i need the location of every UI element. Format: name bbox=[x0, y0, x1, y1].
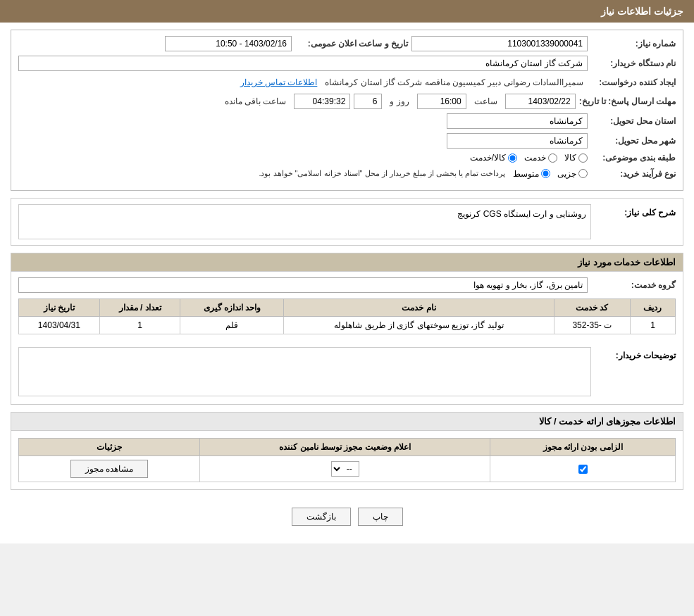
buyer-org-row: نام دستگاه خریدار: شرکت گاز استان کرمانش… bbox=[18, 56, 676, 71]
main-content: شماره نیاز: 1103001339000041 تاریخ و ساع… bbox=[0, 23, 694, 543]
province-label: استان محل تحویل: bbox=[591, 116, 676, 126]
action-buttons: چاپ بازگشت bbox=[11, 497, 683, 536]
cell-rownum: 1 bbox=[630, 317, 675, 334]
page-header: جزئیات اطلاعات نیاز bbox=[0, 0, 694, 23]
buyer-org-value: شرکت گاز استان کرمانشاه bbox=[18, 56, 588, 71]
category-kala-khedmat: کالا/خدمت bbox=[470, 153, 517, 163]
category-label: طبقه بندی موضوعی: bbox=[591, 153, 676, 163]
service-group-value: تامین برق، گاز، بخار و تهویه هوا bbox=[18, 277, 588, 293]
creator-value: سمیراالسادات رضوانی دبیر کمیسیون مناقصه … bbox=[321, 75, 588, 89]
announcement-value: 1403/02/16 - 10:50 bbox=[165, 36, 292, 51]
permits-table-container: الزامی بودن ارائه مجوز اعلام وضعیت مجوز … bbox=[11, 431, 683, 489]
category-khedmat: خدمت bbox=[524, 153, 557, 163]
category-kala-khedmat-label: کالا/خدمت bbox=[470, 153, 506, 163]
buyer-desc-content bbox=[18, 347, 591, 398]
col-unit: واحد اندازه گیری bbox=[180, 299, 284, 317]
permit-col-required: الزامی بودن ارائه مجوز bbox=[490, 439, 676, 456]
category-row: طبقه بندی موضوعی: کالا خدمت کالا/خدمت bbox=[18, 153, 676, 163]
category-kala-label: کالا bbox=[564, 153, 576, 163]
purchase-type-label: نوع فرآیند خرید: bbox=[591, 169, 676, 179]
permits-section: اطلاعات مجوزهای ارائه خدمت / کالا الزامی… bbox=[11, 412, 683, 490]
buyer-desc-label: توضیحات خریدار: bbox=[591, 347, 676, 360]
category-kala-radio[interactable] bbox=[578, 153, 588, 163]
purchase-jozi: جزیی bbox=[557, 169, 588, 179]
print-button[interactable]: چاپ bbox=[358, 508, 403, 526]
col-date: تاریخ نیاز bbox=[19, 299, 100, 317]
permits-table: الزامی بودن ارائه مجوز اعلام وضعیت مجوز … bbox=[18, 438, 676, 482]
deadline-time: 16:00 bbox=[417, 94, 466, 109]
col-name: نام خدمت bbox=[284, 299, 554, 317]
services-table: ردیف کد خدمت نام خدمت واحد اندازه گیری ت… bbox=[18, 298, 676, 334]
permit-col-details: جزئیات bbox=[19, 439, 200, 456]
purchase-type-row: نوع فرآیند خرید: جزیی متوسط پرداخت تمام … bbox=[18, 167, 676, 180]
creator-row: ایجاد کننده درخواست: سمیراالسادات رضوانی… bbox=[18, 75, 676, 89]
permit-required-cell bbox=[490, 456, 676, 482]
need-number-row: شماره نیاز: 1103001339000041 تاریخ و ساع… bbox=[18, 36, 676, 51]
deadline-days: 6 bbox=[354, 94, 382, 109]
cell-name: تولید گاز، توزیع سوختهای گازی از طریق شا… bbox=[284, 317, 554, 334]
city-row: شهر محل تحویل: کرمانشاه bbox=[18, 133, 676, 149]
services-title: اطلاعات خدمات مورد نیاز bbox=[11, 253, 683, 272]
permits-title: اطلاعات مجوزهای ارائه خدمت / کالا bbox=[11, 413, 683, 431]
deadline-time-label: ساعت bbox=[470, 94, 502, 108]
creator-label: ایجاد کننده درخواست: bbox=[591, 77, 676, 87]
back-button[interactable]: بازگشت bbox=[292, 508, 351, 526]
category-khedmat-label: خدمت bbox=[524, 153, 546, 163]
col-qty: تعداد / مقدار bbox=[99, 299, 180, 317]
col-rownum: ردیف bbox=[630, 299, 675, 317]
services-table-container: ردیف کد خدمت نام خدمت واحد اندازه گیری ت… bbox=[11, 298, 683, 341]
city-value: کرمانشاه bbox=[447, 133, 588, 149]
need-info-section: شماره نیاز: 1103001339000041 تاریخ و ساع… bbox=[11, 30, 683, 191]
table-row: 1 ت -35-352 تولید گاز، توزیع سوختهای گاز… bbox=[19, 317, 676, 334]
info-grid: شماره نیاز: 1103001339000041 تاریخ و ساع… bbox=[11, 30, 683, 190]
permit-col-status: اعلام وضعیت مجوز توسط نامین کننده bbox=[200, 439, 490, 456]
deadline-row: مهلت ارسال پاسخ: تا تاریخ: 1403/02/22 سا… bbox=[18, 94, 676, 109]
cell-date: 1403/04/31 bbox=[19, 317, 100, 334]
buyer-desc-section: توضیحات خریدار: bbox=[11, 341, 683, 404]
province-value: کرمانشاه bbox=[447, 113, 588, 129]
general-desc-box: روشنایی و ارت ایستگاه CGS کرنویج bbox=[18, 204, 591, 239]
deadline-label: مهلت ارسال پاسخ: تا تاریخ: bbox=[579, 96, 676, 106]
service-group-row: گروه خدمت: تامین برق، گاز، بخار و تهویه … bbox=[11, 272, 683, 298]
general-desc-value: روشنایی و ارت ایستگاه CGS کرنویج bbox=[457, 209, 586, 219]
purchase-motavasset-radio[interactable] bbox=[541, 169, 550, 178]
page-container: جزئیات اطلاعات نیاز شماره نیاز: 11030013… bbox=[0, 0, 694, 543]
permit-details-cell: مشاهده مجوز bbox=[19, 456, 200, 482]
need-number-value: 1103001339000041 bbox=[411, 36, 588, 51]
cell-unit: قلم bbox=[180, 317, 284, 334]
purchase-jozi-label: جزیی bbox=[557, 169, 576, 179]
contact-link[interactable]: اطلاعات تماس خریدار bbox=[240, 77, 318, 87]
announcement-label: تاریخ و ساعت اعلان عمومی: bbox=[295, 39, 408, 49]
city-label: شهر محل تحویل: bbox=[591, 136, 676, 146]
page-title: جزئیات اطلاعات نیاز bbox=[601, 6, 683, 17]
buyer-org-label: نام دستگاه خریدار: bbox=[591, 58, 676, 68]
view-permit-button[interactable]: مشاهده مجوز bbox=[70, 460, 148, 478]
purchase-motavasset: متوسط bbox=[513, 169, 550, 179]
category-radio-group: کالا خدمت کالا/خدمت bbox=[470, 153, 588, 163]
permit-table-row: -- مشاهده مجوز bbox=[19, 456, 676, 482]
general-desc-section: شرح کلی نیاز: روشنایی و ارت ایستگاه CGS … bbox=[11, 198, 683, 246]
category-khedmat-radio[interactable] bbox=[548, 153, 557, 163]
category-kala: کالا bbox=[564, 153, 588, 163]
deadline-remaining-label: ساعت باقی مانده bbox=[221, 94, 291, 108]
province-row: استان محل تحویل: کرمانشاه bbox=[18, 113, 676, 129]
permit-required-checkbox[interactable] bbox=[578, 465, 588, 474]
general-desc-label: شرح کلی نیاز: bbox=[591, 204, 676, 218]
purchase-radio-group: جزیی متوسط bbox=[513, 169, 588, 179]
cell-code: ت -35-352 bbox=[554, 317, 630, 334]
service-group-label: گروه خدمت: bbox=[591, 280, 676, 290]
category-kala-khedmat-radio[interactable] bbox=[508, 153, 517, 163]
general-desc-content: شرح کلی نیاز: روشنایی و ارت ایستگاه CGS … bbox=[11, 199, 683, 245]
cell-qty: 1 bbox=[99, 317, 180, 334]
services-section: اطلاعات خدمات مورد نیاز گروه خدمت: تامین… bbox=[11, 253, 683, 405]
purchase-jozi-radio[interactable] bbox=[578, 169, 588, 178]
permit-status-cell: -- bbox=[200, 456, 490, 482]
purchase-note: پرداخت تمام یا بخشی از مبلغ خریدار از مح… bbox=[254, 167, 509, 180]
deadline-days-label: روز و bbox=[385, 94, 413, 108]
col-code: کد خدمت bbox=[554, 299, 630, 317]
deadline-date: 1403/02/22 bbox=[505, 94, 576, 109]
permit-status-select[interactable]: -- bbox=[331, 461, 359, 477]
permit-checkbox-container bbox=[496, 465, 669, 474]
purchase-motavasset-label: متوسط bbox=[513, 169, 539, 179]
buyer-desc-textarea[interactable] bbox=[18, 347, 591, 396]
